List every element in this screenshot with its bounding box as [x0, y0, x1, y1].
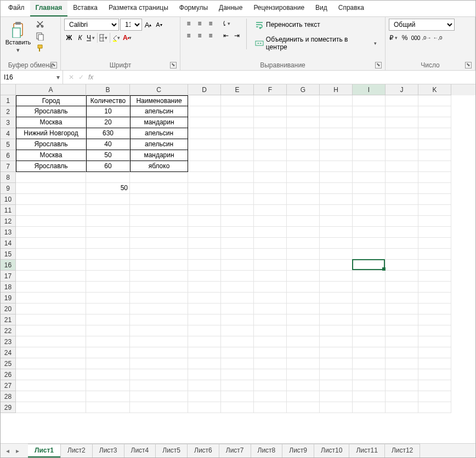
- sheet-tab[interactable]: Лист1: [28, 444, 61, 457]
- cell[interactable]: [386, 227, 418, 238]
- cell[interactable]: [188, 139, 221, 150]
- row-header[interactable]: 25: [1, 358, 16, 369]
- cell[interactable]: [130, 402, 188, 413]
- cell[interactable]: [254, 402, 287, 413]
- cell[interactable]: [16, 314, 86, 325]
- cell[interactable]: [353, 293, 386, 304]
- cell[interactable]: [386, 369, 418, 380]
- sheet-nav-prev[interactable]: ◂: [3, 447, 13, 455]
- column-header[interactable]: K: [418, 84, 451, 95]
- align-bottom-button[interactable]: ≡: [206, 19, 216, 28]
- cut-button[interactable]: [35, 19, 46, 30]
- cell[interactable]: [188, 260, 221, 271]
- cell[interactable]: [418, 227, 451, 238]
- cell[interactable]: [386, 380, 418, 391]
- cell[interactable]: [188, 325, 221, 336]
- cell[interactable]: 60: [86, 161, 130, 172]
- enter-formula-icon[interactable]: ✓: [78, 73, 84, 81]
- cell[interactable]: [386, 139, 418, 150]
- cell[interactable]: [86, 314, 130, 325]
- sheet-tab[interactable]: Лист7: [219, 444, 251, 457]
- cell[interactable]: [353, 205, 386, 216]
- cell[interactable]: [221, 358, 254, 369]
- cell[interactable]: [188, 183, 221, 194]
- sheet-tab[interactable]: Лист9: [282, 444, 314, 457]
- cell[interactable]: [16, 260, 86, 271]
- cell[interactable]: [254, 227, 287, 238]
- cell[interactable]: [221, 336, 254, 347]
- cell[interactable]: [418, 128, 451, 139]
- column-header[interactable]: J: [386, 84, 418, 95]
- cell[interactable]: [188, 304, 221, 314]
- cell[interactable]: [418, 304, 451, 314]
- cell[interactable]: [188, 95, 221, 106]
- cell[interactable]: [353, 358, 386, 369]
- cell[interactable]: [130, 336, 188, 347]
- cell[interactable]: [221, 194, 254, 205]
- cell[interactable]: [386, 402, 418, 413]
- cell[interactable]: [386, 391, 418, 402]
- cell[interactable]: 40: [86, 139, 130, 150]
- cell[interactable]: [320, 293, 353, 304]
- cell[interactable]: апельсин: [130, 139, 188, 150]
- sheet-tab[interactable]: Лист10: [314, 444, 349, 457]
- cell[interactable]: [418, 205, 451, 216]
- cell[interactable]: [386, 325, 418, 336]
- cell[interactable]: [16, 304, 86, 314]
- cell[interactable]: [221, 369, 254, 380]
- cell[interactable]: [221, 304, 254, 314]
- cell[interactable]: [320, 314, 353, 325]
- cell[interactable]: [254, 106, 287, 117]
- cell[interactable]: [287, 380, 320, 391]
- cell[interactable]: [418, 380, 451, 391]
- cell[interactable]: [254, 249, 287, 260]
- cell[interactable]: [188, 336, 221, 347]
- cell[interactable]: [16, 227, 86, 238]
- row-header[interactable]: 18: [1, 282, 16, 293]
- cell[interactable]: [130, 314, 188, 325]
- cell[interactable]: [254, 271, 287, 282]
- row-header[interactable]: 17: [1, 271, 16, 282]
- cell[interactable]: [287, 336, 320, 347]
- cell[interactable]: [86, 216, 130, 227]
- cell[interactable]: [287, 358, 320, 369]
- cell[interactable]: [221, 106, 254, 117]
- cell[interactable]: [254, 260, 287, 271]
- cell[interactable]: [188, 271, 221, 282]
- cell[interactable]: [386, 183, 418, 194]
- cell[interactable]: [320, 336, 353, 347]
- shrink-font-button[interactable]: A▾: [154, 20, 164, 30]
- sheet-tab[interactable]: Лист12: [384, 444, 420, 457]
- cell[interactable]: [86, 172, 130, 183]
- cell[interactable]: [188, 380, 221, 391]
- cell[interactable]: [320, 139, 353, 150]
- cell[interactable]: [254, 117, 287, 128]
- cell[interactable]: [188, 194, 221, 205]
- cell[interactable]: [287, 304, 320, 314]
- cell[interactable]: [130, 293, 188, 304]
- cell[interactable]: [254, 128, 287, 139]
- cell[interactable]: [16, 238, 86, 249]
- increase-indent-button[interactable]: ⇥: [232, 31, 242, 41]
- sheet-tab[interactable]: Лист2: [60, 444, 93, 457]
- cell[interactable]: [353, 369, 386, 380]
- cell[interactable]: [418, 314, 451, 325]
- cell[interactable]: [221, 249, 254, 260]
- cell[interactable]: [320, 271, 353, 282]
- cell[interactable]: [320, 391, 353, 402]
- cell[interactable]: [320, 117, 353, 128]
- cell[interactable]: [16, 336, 86, 347]
- cell[interactable]: [353, 249, 386, 260]
- cell[interactable]: [254, 238, 287, 249]
- cell[interactable]: [353, 139, 386, 150]
- cell[interactable]: [188, 172, 221, 183]
- cell[interactable]: [418, 95, 451, 106]
- cell[interactable]: [386, 314, 418, 325]
- cell[interactable]: [418, 260, 451, 271]
- cell[interactable]: [287, 238, 320, 249]
- cell[interactable]: [418, 293, 451, 304]
- cell[interactable]: [353, 95, 386, 106]
- cell[interactable]: [287, 183, 320, 194]
- cell[interactable]: [188, 402, 221, 413]
- formula-input[interactable]: [99, 72, 475, 82]
